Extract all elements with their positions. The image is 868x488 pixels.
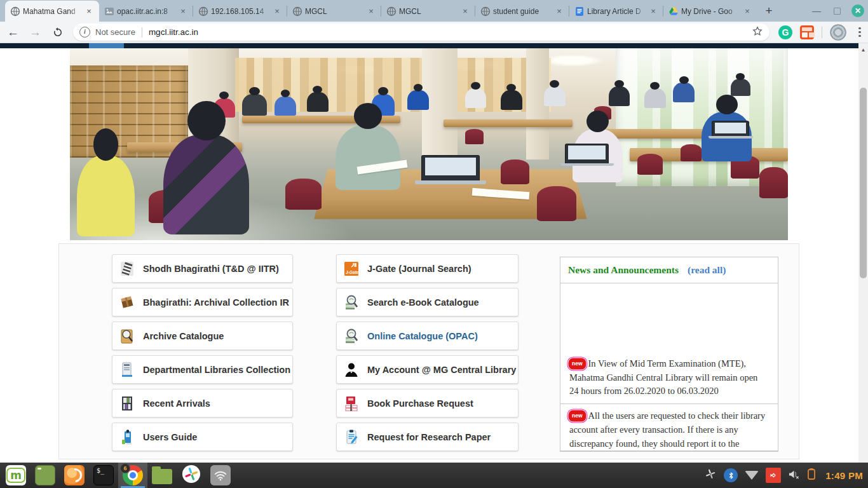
terminal-launcher[interactable]: $_ xyxy=(89,463,118,488)
tab-mahatma-gandhi[interactable]: Mahatma Gand × xyxy=(5,1,99,22)
browser-menu-icon[interactable] xyxy=(854,25,865,39)
divider xyxy=(142,27,142,37)
link-recent-arrivals[interactable]: Recent Arrivals xyxy=(112,389,293,417)
globe-icon xyxy=(10,6,20,17)
close-icon[interactable]: × xyxy=(742,6,752,17)
globe-icon xyxy=(480,6,491,17)
url-text[interactable]: mgcl.iitr.ac.in xyxy=(149,27,750,37)
tab-opac[interactable]: opac.iitr.ac.in:8 × xyxy=(99,1,193,22)
news-title: News and Announcements xyxy=(568,264,679,276)
info-icon[interactable]: i xyxy=(79,27,90,37)
screen: Mahatma Gand × opac.iitr.ac.in:8 × 192.1… xyxy=(0,0,868,488)
mint-menu-button[interactable]: m xyxy=(1,463,31,488)
firefox-launcher[interactable] xyxy=(60,463,89,488)
tab-mgcl-2[interactable]: MGCL × xyxy=(381,1,475,22)
quick-links-column-left: Shodh Bhagirathi (T&D @ IITR) Bhagirathi… xyxy=(112,254,293,451)
new-badge: new xyxy=(569,411,585,421)
chrome-launcher[interactable]: 6 xyxy=(118,463,147,488)
firefox-icon xyxy=(64,465,85,485)
close-icon[interactable]: × xyxy=(554,6,564,17)
folder-icon xyxy=(152,469,172,484)
bookmark-star-icon[interactable] xyxy=(752,25,763,39)
link-label: Recent Arrivals xyxy=(143,398,210,409)
read-all-link[interactable]: (read all) xyxy=(688,264,726,276)
browser-toolbar: ← → i Not secure mgcl.iitr.ac.in G xyxy=(0,22,868,43)
network-signal-icon[interactable] xyxy=(745,471,759,480)
news-panel: News and Announcements (read all) newIn … xyxy=(560,257,778,452)
link-ebook-catalogue[interactable]: Search e-Book Catalogue xyxy=(336,288,519,316)
tab-ip-address[interactable]: 192.168.105.14 × xyxy=(193,1,287,22)
wifi-settings-launcher[interactable] xyxy=(206,463,235,488)
reload-button[interactable] xyxy=(48,23,67,42)
extensions-area: G xyxy=(778,24,868,41)
link-opac[interactable]: Online Catalogue (OPAC) xyxy=(336,322,519,350)
link-research-paper[interactable]: Request for Research Paper xyxy=(336,423,519,451)
system-tray: 1:49 PM xyxy=(704,463,863,488)
address-bar[interactable]: i Not secure mgcl.iitr.ac.in xyxy=(73,24,770,41)
nav-active-item-partial[interactable] xyxy=(89,43,124,48)
google-drive-icon xyxy=(668,6,679,17)
scroll-up-arrow[interactable]: ▲ xyxy=(858,46,868,55)
news-header: News and Announcements (read all) xyxy=(560,257,778,283)
link-label: Bhagirathi: Archival Collection IR xyxy=(143,297,289,308)
library-photo xyxy=(70,48,788,240)
thesis-stack-icon xyxy=(119,261,135,277)
slack-tray-icon[interactable] xyxy=(704,468,717,483)
link-my-account[interactable]: My Account @ MG Central Library xyxy=(336,355,519,384)
new-tab-button[interactable]: + xyxy=(760,3,778,20)
page-viewport: Shodh Bhagirathi (T&D @ IITR) Bhagirathi… xyxy=(0,43,868,463)
minimize-button[interactable]: — xyxy=(811,5,822,17)
folder-magnifier-icon xyxy=(119,328,135,344)
chrome-window-count-badge: 6 xyxy=(120,463,130,473)
anydesk-icon[interactable] xyxy=(766,468,781,483)
profile-avatar[interactable] xyxy=(830,24,846,41)
tab-title: MGCL xyxy=(399,7,458,16)
close-icon[interactable]: × xyxy=(272,6,282,17)
slack-launcher[interactable] xyxy=(177,463,206,488)
sessions-extension-icon[interactable] xyxy=(800,25,814,39)
link-label: Users Guide xyxy=(143,432,197,442)
forward-button[interactable]: → xyxy=(26,23,44,42)
link-departmental-libraries[interactable]: Departmental Libraries Collection xyxy=(112,355,293,384)
show-desktop-button[interactable] xyxy=(31,463,60,488)
link-jgate[interactable]: J-Gate J-Gate (Journal Search) xyxy=(336,254,519,283)
tab-my-drive[interactable]: My Drive - Goo × xyxy=(663,1,757,22)
back-button[interactable]: ← xyxy=(4,23,22,42)
battery-icon[interactable] xyxy=(807,468,816,483)
close-icon[interactable]: × xyxy=(366,6,376,17)
link-book-purchase[interactable]: Book Purchase Request xyxy=(336,389,519,417)
terminal-icon: $_ xyxy=(93,465,114,485)
volume-muted-icon[interactable] xyxy=(788,469,800,482)
books-magnifier-icon xyxy=(343,328,360,344)
show-desktop-icon xyxy=(35,465,55,485)
scrollbar-thumb[interactable] xyxy=(860,88,867,278)
link-label: Online Catalogue (OPAC) xyxy=(367,331,478,341)
archive-parcel-icon xyxy=(119,294,135,311)
link-label: Search e-Book Catalogue xyxy=(367,297,479,308)
globe-icon xyxy=(198,6,208,17)
close-icon[interactable]: × xyxy=(460,6,470,17)
window-close-button[interactable]: ✕ xyxy=(851,4,864,17)
close-icon[interactable]: × xyxy=(178,6,188,17)
files-launcher[interactable] xyxy=(147,463,177,488)
page-scrollbar[interactable]: ▲ xyxy=(858,43,868,463)
tab-student-guide[interactable]: student guide × xyxy=(475,1,569,22)
link-label: Book Purchase Request xyxy=(367,398,473,409)
clock[interactable]: 1:49 PM xyxy=(825,470,863,481)
divider xyxy=(822,27,822,38)
link-users-guide[interactable]: Users Guide xyxy=(112,423,293,451)
tab-mgcl-1[interactable]: MGCL × xyxy=(287,1,381,22)
link-label: My Account @ MG Central Library xyxy=(367,365,516,375)
wifi-launcher-icon xyxy=(210,465,231,485)
link-archive-catalogue[interactable]: Archive Catalogue xyxy=(112,322,293,350)
grammarly-extension-icon[interactable]: G xyxy=(778,25,792,39)
tab-library-article[interactable]: Library Article D × xyxy=(569,1,663,22)
link-archival-collection[interactable]: Bhagirathi: Archival Collection IR xyxy=(112,288,293,316)
bluetooth-icon[interactable] xyxy=(724,468,738,482)
close-icon[interactable]: × xyxy=(84,6,94,17)
link-shodh-bhagirathi[interactable]: Shodh Bhagirathi (T&D @ IITR) xyxy=(112,254,293,283)
google-doc-icon xyxy=(574,6,585,17)
restore-button[interactable] xyxy=(831,5,843,17)
window-controls: — ✕ xyxy=(811,0,864,22)
close-icon[interactable]: × xyxy=(648,6,658,17)
